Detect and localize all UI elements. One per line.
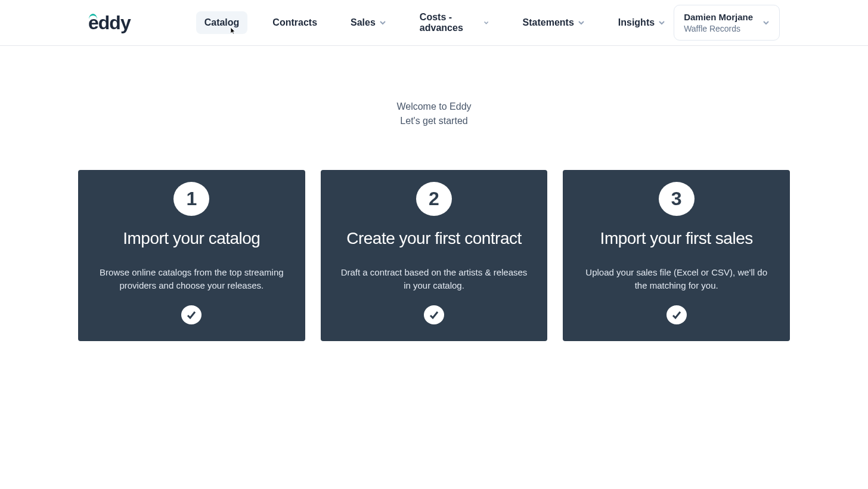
nav-catalog[interactable]: Catalog [196,11,248,34]
chevron-down-icon [379,19,386,26]
chevron-down-icon [578,19,585,26]
nav-label: Statements [523,17,574,28]
nav-label: Contracts [272,17,317,28]
nav-label: Costs - advances [420,12,480,33]
nav-contracts[interactable]: Contracts [264,11,326,34]
step-number: 3 [659,182,695,216]
card-title: Import your first sales [600,229,753,248]
main-nav: Catalog Contracts Sales Costs - advances… [196,6,674,39]
nav-label: Sales [351,17,376,28]
nav-costs-advances[interactable]: Costs - advances [411,6,498,39]
logo[interactable]: eddy [88,12,131,34]
welcome-line2: Let's get started [0,114,868,128]
card-title: Import your catalog [123,229,260,248]
onboarding-cards: 1 Import your catalog Browse online cata… [0,170,868,341]
card-import-catalog[interactable]: 1 Import your catalog Browse online cata… [78,170,305,341]
chevron-down-icon [658,19,665,26]
step-number: 2 [416,182,452,216]
card-desc: Draft a contract based on the artists & … [335,266,534,292]
chevron-down-icon [762,19,770,26]
check-icon [181,305,202,324]
main-content: Welcome to Eddy Let's get started 1 Impo… [0,46,868,341]
card-create-contract[interactable]: 2 Create your first contract Draft a con… [321,170,548,341]
user-menu[interactable]: Damien Morjane Waffle Records [674,5,780,41]
check-icon [666,305,687,324]
welcome-line1: Welcome to Eddy [0,100,868,114]
nav-statements[interactable]: Statements [514,11,593,34]
nav-insights[interactable]: Insights [610,11,674,34]
step-number: 1 [173,182,209,216]
nav-label: Insights [618,17,655,28]
card-desc: Upload your sales file (Excel or CSV), w… [577,266,776,292]
card-import-sales[interactable]: 3 Import your first sales Upload your sa… [563,170,790,341]
user-info: Damien Morjane Waffle Records [684,11,753,34]
user-name: Damien Morjane [684,11,753,23]
header: eddy Catalog Contracts Sales Costs - adv… [0,0,868,46]
check-icon [424,305,444,324]
welcome-text: Welcome to Eddy Let's get started [0,100,868,128]
card-desc: Browse online catalogs from the top stre… [92,266,291,292]
nav-sales[interactable]: Sales [342,11,395,34]
nav-label: Catalog [204,17,240,28]
chevron-down-icon [483,19,489,26]
user-org: Waffle Records [684,23,753,34]
card-title: Create your first contract [346,229,522,248]
